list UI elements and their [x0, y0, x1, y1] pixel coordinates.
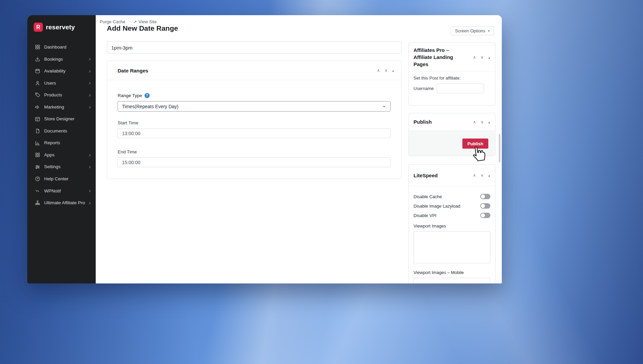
disable-image-lazyload-label: Disable Image Lazyload	[414, 204, 460, 209]
date-ranges-panel: Date Ranges ∧ ∨ ▴ Range Type ? Times(Rep…	[107, 61, 401, 179]
publish-button[interactable]: Publish	[462, 139, 488, 149]
chevron-right-icon: ›	[89, 56, 91, 62]
chevron-down-icon: ∨	[385, 68, 388, 73]
start-time-input[interactable]	[118, 128, 391, 138]
chevron-right-icon: ›	[89, 92, 91, 98]
publish-panel-title: Publish	[414, 119, 432, 125]
screen-options-label: Screen Options	[455, 28, 485, 33]
sidebar-item-ultimate-affiliate-pro[interactable]: Ultimate Affiliate Pro ›	[27, 197, 96, 209]
wpnotif-icon	[35, 188, 40, 194]
chevron-right-icon: ›	[89, 164, 91, 170]
litespeed-panel-body: Disable Cache Disable Image Lazyload Dis…	[409, 186, 495, 283]
litespeed-panel-header: LiteSpeed ∧ ∨ ▴	[409, 165, 495, 186]
bar-chart-icon	[35, 140, 40, 146]
start-time-label: Start Time	[118, 120, 391, 125]
sidebar: R reservety Dashboard Bookings ›	[27, 15, 96, 283]
panel-controls: ∧ ∨ ▴	[471, 173, 492, 178]
sidebar-item-reports[interactable]: Reports	[27, 137, 96, 149]
screen-options-button[interactable]: Screen Options ▾	[451, 26, 494, 35]
disable-vpi-toggle[interactable]	[480, 213, 490, 218]
chevron-right-icon: ›	[89, 188, 91, 193]
megaphone-icon	[35, 104, 40, 110]
sidebar-item-products[interactable]: Products ›	[27, 89, 96, 101]
viewport-images-mobile-label: Viewport Images – Mobile	[414, 270, 490, 275]
apps-grid-icon	[35, 152, 40, 158]
sidebar-item-label: Settings	[44, 164, 85, 170]
range-type-select[interactable]: Times(Repeats Every Day)	[118, 101, 391, 112]
viewport-images-mobile-textarea[interactable]	[414, 278, 490, 283]
affiliate-username-input[interactable]	[437, 84, 484, 93]
chevron-up-icon: ∧	[377, 68, 380, 73]
end-time-input[interactable]	[118, 157, 391, 167]
publish-panel-header: Publish ∧ ∨ ▴	[409, 113, 495, 131]
move-panel-up-button[interactable]: ∧	[471, 55, 478, 60]
disable-vpi-row: Disable VPI	[414, 213, 490, 218]
move-panel-up-button[interactable]: ∧	[375, 68, 381, 73]
disable-cache-row: Disable Cache	[414, 194, 490, 199]
range-type-label-row: Range Type ?	[118, 93, 391, 98]
sidebar-item-label: Documents	[44, 128, 91, 134]
chevron-right-icon: ›	[89, 152, 91, 158]
sidebar-item-wpnotif[interactable]: WPNotif ›	[27, 185, 96, 197]
sidebar-item-bookings[interactable]: Bookings ›	[27, 53, 96, 65]
username-label: Username	[414, 86, 434, 91]
move-panel-down-button[interactable]: ∨	[479, 119, 485, 125]
help-circle-icon	[35, 176, 40, 182]
collapse-panel-button[interactable]: ▴	[391, 68, 396, 73]
sidebar-item-label: WPNotif	[44, 188, 85, 194]
move-panel-up-button[interactable]: ∧	[471, 119, 478, 125]
collapse-triangle-icon: ▴	[488, 174, 490, 177]
view-site-label: View Site	[139, 19, 157, 24]
move-panel-down-button[interactable]: ∨	[383, 68, 389, 73]
set-post-affiliate-label: Set this Post for affiliate:	[414, 75, 490, 81]
reservety-logo[interactable]: R reservety	[27, 21, 96, 37]
collapse-triangle-icon: ▴	[488, 120, 490, 124]
affiliates-panel-title: Affiliates Pro – Affiliate Landing Pages	[414, 47, 464, 68]
move-panel-up-button[interactable]: ∧	[471, 173, 478, 178]
disable-cache-toggle[interactable]	[480, 194, 490, 199]
help-icon[interactable]: ?	[145, 93, 150, 98]
collapse-panel-button[interactable]: ▴	[487, 173, 492, 178]
view-site-link[interactable]: ↗ View Site	[133, 19, 157, 24]
disable-image-lazyload-toggle[interactable]	[480, 203, 490, 209]
purge-cache-link[interactable]: Purge Cache	[100, 19, 125, 24]
sidebar-item-marketing[interactable]: Marketing ›	[27, 101, 96, 113]
date-ranges-panel-header: Date Ranges ∧ ∨ ▴	[107, 61, 401, 80]
litespeed-panel: LiteSpeed ∧ ∨ ▴ Disable Cache Disable Im…	[408, 164, 495, 283]
litespeed-panel-title: LiteSpeed	[414, 173, 438, 178]
bookings-icon	[35, 56, 40, 62]
sidebar-item-store-designer[interactable]: Store Designer	[27, 113, 96, 125]
panel-controls: ∧ ∨ ▴	[471, 119, 492, 125]
sidebar-item-label: Help Center	[44, 176, 91, 182]
chevron-right-icon: ›	[89, 200, 91, 206]
collapse-panel-button[interactable]: ▴	[487, 55, 492, 60]
move-panel-down-button[interactable]: ∨	[479, 173, 485, 178]
sidebar-item-settings[interactable]: Settings ›	[27, 161, 96, 173]
chevron-right-icon: ›	[89, 68, 91, 74]
sidebar-item-documents[interactable]: Documents	[27, 125, 96, 137]
post-title-input[interactable]	[107, 41, 401, 54]
app-window: R reservety Dashboard Bookings ›	[27, 15, 502, 283]
chevron-right-icon: ›	[89, 80, 91, 86]
panel-controls: ∧ ∨ ▴	[471, 55, 492, 60]
range-type-selected-value: Times(Repeats Every Day)	[122, 104, 179, 109]
sidebar-item-label: Dashboard	[44, 44, 91, 50]
sidebar-item-dashboard[interactable]: Dashboard	[27, 41, 96, 53]
sidebar-item-label: Reports	[44, 140, 91, 146]
collapse-panel-button[interactable]: ▴	[487, 119, 492, 125]
sidebar-item-label: Products	[44, 92, 85, 98]
move-panel-down-button[interactable]: ∨	[479, 55, 485, 60]
end-time-label: End Time	[118, 149, 391, 154]
external-link-icon: ↗	[133, 20, 137, 24]
affiliates-panel: Affiliates Pro – Affiliate Landing Pages…	[408, 42, 495, 105]
sidebar-item-users[interactable]: Users ›	[27, 77, 96, 89]
side-column: Affiliates Pro – Affiliate Landing Pages…	[408, 42, 495, 283]
sidebar-item-help-center[interactable]: Help Center	[27, 173, 96, 185]
file-icon	[35, 128, 40, 134]
window-scrollbar-thumb[interactable]	[499, 134, 500, 162]
sidebar-item-apps[interactable]: Apps ›	[27, 149, 96, 161]
viewport-images-textarea[interactable]	[414, 231, 490, 263]
sidebar-item-availability[interactable]: Availability ›	[27, 65, 96, 77]
sidebar-item-label: Ultimate Affiliate Pro	[44, 200, 85, 206]
sliders-icon	[35, 164, 40, 170]
